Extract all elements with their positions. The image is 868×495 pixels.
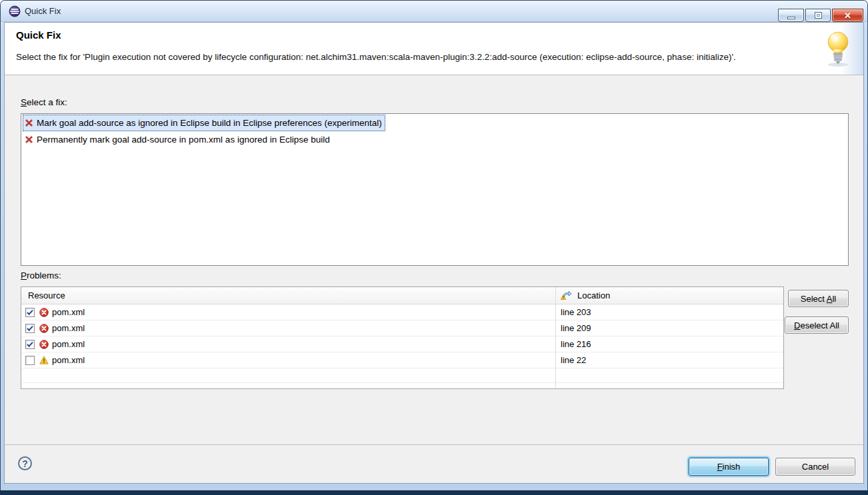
- dialog-header: Quick Fix Select the fix for 'Plugin exe…: [5, 23, 863, 75]
- dialog-client-area: Quick Fix Select the fix for 'Plugin exe…: [4, 22, 864, 484]
- dialog-content: Select a fix: Mark goal add-source as ig…: [5, 76, 863, 444]
- resource-column-header[interactable]: Resource: [21, 290, 555, 300]
- problem-row[interactable]: pom.xml line 209: [21, 320, 783, 336]
- resource-cell-label: pom.xml: [52, 355, 85, 365]
- resource-cell-label: pom.xml: [52, 323, 85, 333]
- location-cell-label: line 216: [555, 339, 783, 349]
- eclipse-logo-icon: [9, 5, 21, 17]
- problems-table-body: pom.xml line 203: [21, 304, 783, 368]
- window-controls: ✕: [778, 9, 863, 22]
- location-cell-label: line 22: [555, 355, 783, 365]
- error-icon: [39, 324, 49, 333]
- fix-list-label: Select a fix:: [21, 97, 67, 107]
- problems-table-header[interactable]: Resource Location: [21, 287, 783, 304]
- window-title: Quick Fix: [25, 1, 61, 22]
- maximize-button[interactable]: [805, 9, 831, 22]
- lightbulb-icon: [823, 29, 853, 71]
- red-cross-icon: [25, 135, 33, 144]
- error-icon: [39, 308, 49, 317]
- location-cell-label: line 209: [555, 323, 783, 333]
- resource-cell-label: pom.xml: [52, 307, 85, 317]
- cancel-button[interactable]: Cancel: [775, 458, 855, 476]
- fix-item-label: Mark goal add-source as ignored in Eclip…: [37, 118, 382, 128]
- column-divider[interactable]: [555, 287, 556, 388]
- window-bottom-edge: [0, 490, 868, 495]
- problems-label: Problems:: [21, 270, 61, 280]
- location-column-header[interactable]: Location: [555, 290, 610, 300]
- titlebar[interactable]: Quick Fix ✕: [1, 1, 867, 22]
- deselect-all-button[interactable]: Deselect All: [785, 316, 849, 334]
- close-icon: ✕: [844, 11, 851, 21]
- row-checkbox[interactable]: [25, 324, 35, 333]
- fix-list[interactable]: Mark goal add-source as ignored in Eclip…: [21, 113, 849, 266]
- window-frame: Quick Fix ✕ Quick Fix Select the fix for…: [0, 0, 868, 495]
- location-column-label: Location: [577, 290, 610, 300]
- row-checkbox[interactable]: [25, 308, 35, 317]
- red-cross-icon: [25, 119, 33, 127]
- error-icon: [39, 340, 49, 349]
- minimize-button[interactable]: [778, 9, 804, 22]
- problems-location-icon: [561, 290, 572, 300]
- dialog-title: Quick Fix: [16, 29, 61, 41]
- close-button[interactable]: ✕: [832, 9, 863, 22]
- maximize-icon: [815, 12, 822, 19]
- problem-row[interactable]: pom.xml line 22: [21, 352, 783, 368]
- fix-item-label: Permanently mark goal add-source in pom.…: [37, 135, 330, 145]
- row-checkbox[interactable]: [25, 356, 35, 365]
- empty-table-row: [21, 368, 783, 383]
- dialog-footer: ? Finish Cancel: [5, 444, 863, 483]
- finish-button[interactable]: Finish: [689, 458, 769, 476]
- problem-row[interactable]: pom.xml line 203: [21, 304, 783, 320]
- fix-list-item[interactable]: Permanently mark goal add-source in pom.…: [23, 131, 333, 148]
- location-cell-label: line 203: [555, 307, 783, 317]
- help-button[interactable]: ?: [18, 456, 32, 470]
- select-all-button[interactable]: Select All: [788, 290, 849, 307]
- minimize-icon: [787, 17, 795, 19]
- row-checkbox[interactable]: [25, 340, 35, 349]
- problem-row[interactable]: pom.xml line 216: [21, 336, 783, 352]
- resource-cell-label: pom.xml: [52, 339, 85, 349]
- problems-table[interactable]: Resource Location: [21, 286, 784, 389]
- warning-icon: [39, 356, 49, 364]
- fix-list-item[interactable]: Mark goal add-source as ignored in Eclip…: [23, 115, 385, 131]
- dialog-description: Select the fix for 'Plugin execution not…: [16, 52, 736, 62]
